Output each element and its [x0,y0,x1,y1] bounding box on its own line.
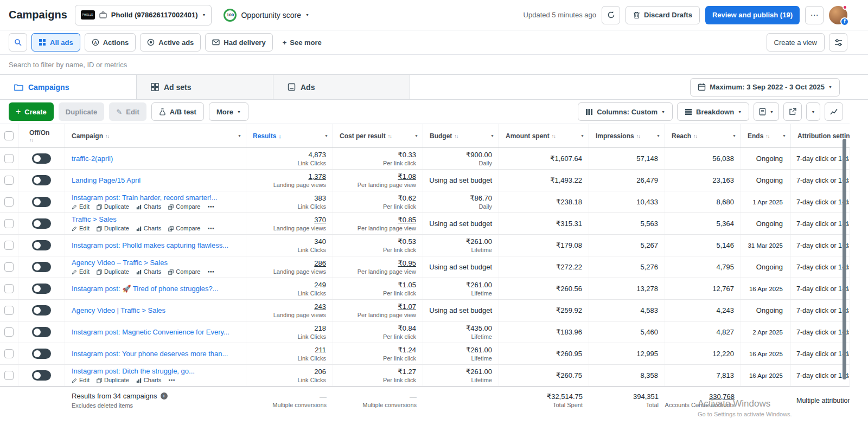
column-header-reach[interactable]: Reach ↑↓ ▼ [665,124,741,147]
filter-pill-had-delivery[interactable]: Had delivery [205,33,272,51]
campaign-toggle[interactable] [32,175,51,185]
row-duplicate-button[interactable]: Duplicate [97,203,129,210]
campaign-toggle[interactable] [32,218,51,229]
ab-test-button[interactable]: A/B test [151,102,204,121]
charts-view-button[interactable] [825,102,843,121]
campaign-link[interactable]: Instagram post: Train harder, record sma… [72,194,239,202]
table-row[interactable]: Instagram post: Ditch the struggle, go..… [0,365,850,387]
column-menu-icon[interactable]: ▼ [732,134,736,138]
search-toggle-button[interactable] [9,33,27,51]
table-row[interactable]: Landing Page/15 April 1,378Landing page … [0,170,850,191]
column-header-ends[interactable]: Ends ↑↓ ▼ [741,124,791,147]
campaign-toggle[interactable] [32,240,51,250]
row-edit-button[interactable]: Edit [72,377,90,384]
breakdown-button[interactable]: Breakdown ▼ [677,102,749,121]
campaign-toggle[interactable] [32,262,51,272]
row-checkbox[interactable] [4,197,14,207]
campaign-link[interactable]: Agency Video – Traffic > Sales [72,259,239,267]
table-row[interactable]: Agency Video – Traffic > Sales Edit Dupl… [0,256,850,278]
edit-button[interactable]: ✎ Edit [109,102,146,121]
see-more-button[interactable]: + See more [277,33,327,51]
filter-pill-actions[interactable]: A Actions [85,33,136,51]
row-edit-button[interactable]: Edit [72,268,90,275]
user-avatar[interactable]: f [829,6,847,24]
row-checkbox[interactable] [4,241,14,250]
tab-ads[interactable]: Ads [273,75,410,99]
row-more-button[interactable]: ⋯ [168,377,175,384]
campaign-link[interactable]: Traffic > Sales [72,215,239,224]
date-range-button[interactable]: Maximum: 3 Sep 2022 - 3 Oct 2025 ▼ [690,78,840,96]
table-row[interactable]: Agency Video | Traffic > Sales 243Landin… [0,300,850,321]
campaign-link[interactable]: Instagram post: Magnetic Convenience for… [72,328,239,337]
info-icon[interactable]: i [161,392,168,400]
row-checkbox[interactable] [4,219,14,228]
campaign-link[interactable]: traffic-2(april) [72,154,239,163]
row-checkbox[interactable] [4,327,14,337]
column-header-impressions[interactable]: Impressions ↑↓ ▼ [589,124,665,147]
row-duplicate-button[interactable]: Duplicate [97,377,129,384]
campaign-link[interactable]: Instagram post: 🚀 Tired of phone struggl… [72,285,239,293]
column-header-spent[interactable]: Amount spent ↑↓ ▼ [499,124,589,147]
refresh-button[interactable] [602,6,620,24]
column-menu-icon[interactable]: ▼ [580,134,584,138]
column-menu-icon[interactable]: ▼ [656,134,660,138]
column-header-results[interactable]: Results ↓ ▼ [246,124,333,147]
table-row[interactable]: Instagram post: Magnetic Convenience for… [0,321,850,343]
table-row[interactable]: traffic-2(april) 4,873Link Clicks ₹0.33P… [0,148,850,170]
row-checkbox[interactable] [4,349,14,358]
row-charts-button[interactable]: Charts [136,225,161,232]
campaign-link[interactable]: Landing Page/15 April [72,176,239,185]
column-menu-icon[interactable]: ▼ [324,134,328,138]
row-charts-button[interactable]: Charts [136,203,161,210]
row-duplicate-button[interactable]: Duplicate [97,225,129,232]
filter-pill-all-ads[interactable]: All ads [31,33,80,51]
row-compare-button[interactable]: Compare [168,225,200,232]
discard-drafts-button[interactable]: Discard Drafts [626,6,700,24]
column-header-cost[interactable]: Cost per result ↑↓ ▼ [333,124,423,147]
column-header-offon[interactable]: Off/On ↑↓ [18,124,65,147]
reports-button[interactable]: ▼ [754,102,779,121]
campaign-toggle[interactable] [32,153,51,164]
campaign-toggle[interactable] [32,197,51,207]
select-all-checkbox[interactable] [4,131,14,140]
campaign-toggle[interactable] [32,349,51,359]
table-row[interactable]: Instagram post: Train harder, record sma… [0,191,850,213]
duplicate-button[interactable]: Duplicate [59,102,105,121]
export-button[interactable] [783,102,802,121]
row-checkbox[interactable] [4,176,14,185]
row-checkbox[interactable] [4,262,14,272]
campaign-link[interactable]: Instagram post: Ditch the struggle, go..… [72,367,239,376]
campaign-toggle[interactable] [32,370,51,381]
row-checkbox[interactable] [4,284,14,293]
account-selector[interactable]: PHOLLD Pholld (978626117002401) ▼ [75,5,212,25]
filter-settings-button[interactable] [829,33,847,51]
review-publish-button[interactable]: Review and publish (19) [705,6,800,24]
row-more-button[interactable]: ⋯ [207,203,214,210]
column-menu-icon[interactable]: ▼ [490,134,494,138]
export-menu-button[interactable]: ▼ [806,102,820,121]
row-edit-button[interactable]: Edit [72,225,90,232]
column-menu-icon[interactable]: ▼ [238,134,241,138]
row-edit-button[interactable]: Edit [72,203,90,210]
vertical-scrollbar[interactable] [843,139,846,379]
row-duplicate-button[interactable]: Duplicate [97,268,129,275]
column-menu-icon[interactable]: ▼ [782,134,786,138]
search-input[interactable] [0,61,868,69]
row-compare-button[interactable]: Compare [168,268,200,275]
row-checkbox[interactable] [4,306,14,315]
row-checkbox[interactable] [4,154,14,163]
more-options-button[interactable]: ⋯ [805,6,824,24]
column-header-campaign[interactable]: Campaign ↑↓ ▼ [65,124,246,147]
campaign-toggle[interactable] [32,327,51,337]
tab-campaigns[interactable]: Campaigns [0,75,137,99]
row-more-button[interactable]: ⋯ [207,268,214,275]
footer-reach-value[interactable]: 330,768 [709,392,735,401]
campaign-toggle[interactable] [32,284,51,294]
create-button[interactable]: + Create [9,102,54,121]
row-charts-button[interactable]: Charts [136,268,161,275]
table-row[interactable]: Instagram post: Your phone deserves more… [0,343,850,365]
opportunity-score-button[interactable]: 100 Opportunity score ▼ [224,9,309,22]
table-row[interactable]: Traffic > Sales Edit Duplicate [0,213,850,235]
row-charts-button[interactable]: Charts [136,377,161,384]
campaign-link[interactable]: Instagram post: Your phone deserves more… [72,350,239,358]
